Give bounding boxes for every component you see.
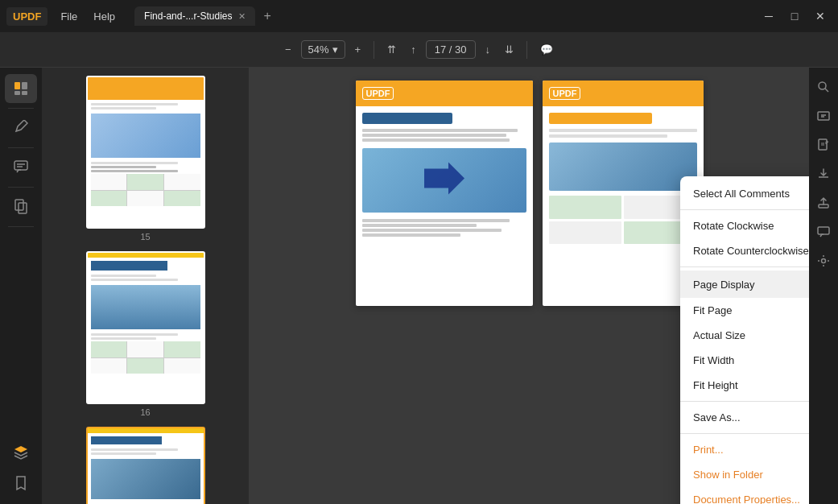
thumbnail-16-img [86,251,205,404]
page-left: UPDF [356,81,533,306]
ctx-fit-height[interactable]: Fit Height Ctrl+3 [680,373,809,398]
svg-rect-12 [818,112,829,120]
right-settings-icon[interactable] [811,248,836,274]
ctx-label-actual-size: Actual Size [693,329,745,341]
thumbnail-15-label: 15 [140,232,150,242]
maximize-button[interactable]: □ [783,5,806,27]
context-menu: Select All Comments Rotate Clockwise Rot… [680,176,809,504]
menu-bar: File Help [54,7,122,26]
page-display[interactable]: 17 / 30 [426,40,476,59]
nav-next-button[interactable]: ↓ [481,40,496,59]
svg-rect-4 [14,161,27,170]
nav-first-button[interactable]: ⇈ [382,40,401,59]
sidebar-sep-4 [8,226,34,227]
ctx-label-rotate-ccw: Rotate Counterclockwise [693,245,809,257]
ctx-label-save-as: Save As... [693,411,741,423]
page-sep: / [449,43,455,56]
ctx-label-doc-properties: Document Properties... [693,494,800,504]
zoom-display[interactable]: 54% ▾ [301,40,345,59]
thumbnail-15-img [86,76,205,229]
right-search-icon[interactable] [811,74,836,100]
titlebar: UPDF File Help Find-and-...r-Studies ✕ +… [0,0,838,32]
svg-rect-2 [14,91,20,95]
ctx-sep-4 [680,433,809,434]
ctx-print[interactable]: Print... [680,437,809,462]
ctx-select-all-comments[interactable]: Select All Comments [680,181,809,206]
active-tab[interactable]: Find-and-...r-Studies ✕ [134,6,255,26]
new-tab-button[interactable]: + [258,9,275,23]
ctx-page-display[interactable]: Page Display [680,271,809,298]
sidebar-bookmark-icon[interactable] [5,469,37,498]
ctx-actual-size[interactable]: Actual Size Ctrl+1 [680,323,809,348]
toolbar-sep-2 [526,41,527,59]
ctx-rotate-counterclockwise[interactable]: Rotate Counterclockwise [680,238,809,263]
zoom-value: 54% [308,43,329,56]
ctx-sep-3 [680,401,809,402]
zoom-dropdown-icon: ▾ [332,43,338,56]
ctx-label-rotate-cw: Rotate Clockwise [693,220,774,232]
ctx-label-show-folder: Show in Folder [693,469,763,481]
svg-rect-18 [819,204,828,208]
thumbnail-15[interactable]: 15 [86,76,205,242]
svg-marker-9 [424,163,464,195]
comment-view-button[interactable]: 💬 [535,40,558,59]
sidebar-layers-icon[interactable] [5,438,37,467]
ctx-show-folder[interactable]: Show in Folder [680,462,809,487]
svg-rect-3 [22,91,27,95]
tab-title: Find-and-...r-Studies [144,10,232,22]
ctx-fit-width[interactable]: Fit Width Ctrl+2 [680,348,809,373]
sidebar-sep-3 [8,187,34,188]
svg-point-10 [819,82,826,89]
close-button[interactable]: ✕ [809,5,832,27]
sidebar-comment-icon[interactable] [5,153,37,182]
thumbnail-panel: 15 16 [42,68,250,504]
main-layout: 15 16 [0,68,838,504]
ctx-save-as[interactable]: Save As... [680,405,809,430]
ctx-label-fit-width: Fit Width [693,354,734,366]
ctx-label-fit-page: Fit Page [693,304,732,316]
ctx-label-page-display: Page Display [693,279,755,291]
sidebar-edit-icon[interactable] [5,114,37,143]
sidebar-pages-icon[interactable] [5,192,37,221]
right-save-icon[interactable] [811,161,836,187]
left-sidebar [0,68,42,504]
right-ocr-icon[interactable] [811,103,836,129]
ctx-label-print: Print... [693,444,724,456]
minimize-button[interactable]: ─ [758,5,780,27]
zoom-in-button[interactable]: + [350,40,366,59]
svg-point-20 [822,259,826,263]
page-current: 17 [435,43,446,56]
thumbnail-17-img [86,427,205,504]
toolbar: − 54% ▾ + ⇈ ↑ 17 / 30 ↓ ⇊ 💬 [0,32,838,68]
page-total: 30 [455,43,466,56]
ctx-fit-page[interactable]: Fit Page Ctrl+0 [680,298,809,323]
ctx-label-fit-height: Fit Height [693,379,738,391]
right-share-icon[interactable] [811,190,836,216]
menu-file[interactable]: File [54,7,84,26]
svg-rect-7 [15,200,23,210]
menu-help[interactable]: Help [87,7,122,26]
zoom-in-icon: + [355,43,361,56]
ctx-rotate-clockwise[interactable]: Rotate Clockwise [680,213,809,238]
thumbnail-17[interactable]: 17 [86,427,205,504]
svg-rect-8 [19,203,27,213]
right-extract-icon[interactable] [811,132,836,158]
zoom-out-icon: − [285,43,291,56]
tab-close-button[interactable]: ✕ [238,11,246,22]
right-comment-icon[interactable] [811,219,836,245]
toolbar-sep-1 [374,41,374,59]
app-logo: UPDF [6,7,47,26]
thumbnail-16[interactable]: 16 [86,251,205,417]
nav-last-button[interactable]: ⇊ [500,40,518,59]
zoom-out-button[interactable]: − [280,40,296,59]
ctx-doc-properties[interactable]: Document Properties... [680,487,809,504]
svg-rect-19 [818,227,829,234]
sidebar-thumbnail-icon[interactable] [5,74,37,103]
thumbnail-16-label: 16 [140,407,150,417]
nav-prev-button[interactable]: ↑ [406,40,421,59]
svg-rect-1 [22,82,27,89]
page-updf-logo: UPDF [362,87,394,100]
tab-area: Find-and-...r-Studies ✕ + [134,6,276,26]
ctx-sep-1 [680,209,809,210]
svg-line-11 [825,89,828,92]
